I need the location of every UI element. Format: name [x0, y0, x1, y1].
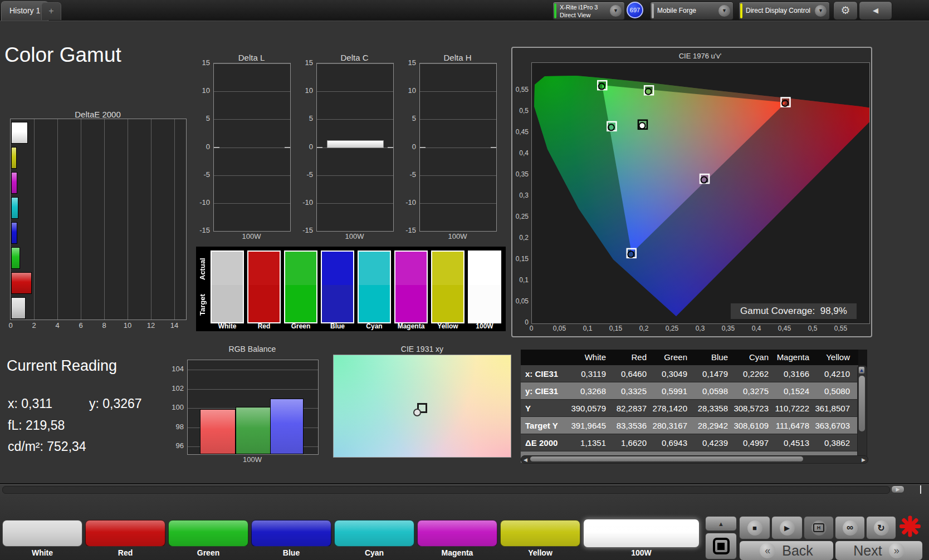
delta-l-title: Delta L: [213, 53, 290, 62]
x-tick-label: 4: [51, 321, 63, 330]
deltae-bar-white: [11, 297, 26, 319]
stop-measure-button[interactable]: ■: [739, 516, 770, 539]
delta-c-x-label: 100W: [316, 232, 393, 240]
y-tick-label: 102: [166, 384, 184, 392]
pattern-blue[interactable]: [251, 520, 331, 547]
gridline: [128, 119, 128, 320]
back-button[interactable]: « Back: [739, 541, 834, 560]
collapse-panel-button[interactable]: ◀: [859, 1, 892, 20]
swatch-white: [211, 250, 244, 323]
table-cell: 308,6109: [734, 417, 774, 434]
settings-button[interactable]: ⚙: [833, 1, 858, 20]
chevron-down-icon[interactable]: ▼: [815, 5, 827, 17]
table-cell: 28,2942: [693, 417, 734, 434]
pattern-yellow[interactable]: [500, 520, 580, 547]
refresh-button[interactable]: ↻: [866, 516, 896, 539]
table-cell: 28,3358: [693, 400, 734, 417]
table-cell: 0,3166: [774, 365, 815, 382]
table-vertical-scrollbar[interactable]: ▲: [857, 365, 867, 463]
table-cell: 361,8507: [815, 400, 855, 417]
zero-tick: [388, 147, 393, 148]
table-cell: 0,5080: [815, 382, 855, 400]
pattern-label: Cyan: [334, 548, 414, 558]
table-cell: 363,6703: [815, 417, 855, 434]
pattern-red[interactable]: [85, 520, 165, 547]
deltae2000-chart: [10, 119, 187, 320]
y-tick-label: -5: [296, 170, 313, 179]
y-tick-label: 15: [193, 58, 210, 67]
table-cell: 110,7222: [774, 400, 815, 417]
swatch-magenta: [394, 250, 428, 323]
x-tick-label: 0,55: [829, 325, 853, 332]
target-swatch: [285, 285, 316, 322]
delta-c-title: Delta C: [316, 53, 393, 62]
x-tick-label: 0: [519, 325, 544, 332]
measure-once-button[interactable]: ▶: [771, 516, 803, 539]
delta-h-chart: [419, 63, 497, 232]
rgb-balance-x-label: 100W: [187, 455, 317, 464]
deltae-bar-blue: [11, 222, 17, 244]
pattern-scrollbar[interactable]: [2, 486, 890, 494]
pattern-magenta[interactable]: [417, 520, 497, 547]
display-control-name: Direct Display Control: [746, 7, 810, 14]
pattern-label: Yellow: [500, 548, 580, 558]
gridline: [214, 175, 290, 176]
pattern-green[interactable]: [168, 520, 248, 547]
column-header: White: [571, 350, 612, 367]
top-bar: History 1 + X-Rite i1Pro 3 Direct View ▼…: [0, 0, 929, 21]
scroll-left-icon[interactable]: ◀: [524, 457, 527, 463]
zero-tick: [491, 147, 496, 148]
back-label: Back: [782, 543, 813, 559]
pattern-100w[interactable]: [583, 519, 700, 548]
pattern-label: Red: [85, 548, 165, 558]
marker-dot-white: [639, 122, 645, 129]
pattern-up-button[interactable]: ▲: [705, 516, 737, 531]
table-cell: 0,1524: [774, 382, 815, 400]
scroll-right-icon: ▶: [896, 487, 900, 492]
gridline: [317, 203, 393, 204]
y-tick-label: 0: [399, 143, 416, 151]
next-button[interactable]: Next »: [835, 541, 923, 560]
chevron-down-icon[interactable]: ▼: [718, 5, 730, 17]
column-header: Blue: [693, 350, 734, 367]
window-size-button[interactable]: H: [804, 516, 834, 539]
x-tick-label: 0,3: [688, 325, 712, 332]
display-control-dropdown[interactable]: Direct Display Control ▼: [739, 2, 830, 20]
delta-h-title: Delta H: [419, 53, 496, 62]
meter-status-stripe: [554, 3, 556, 18]
scroll-up-button[interactable]: ▲: [858, 366, 865, 374]
gridline: [214, 148, 290, 148]
y-tick-label: -15: [193, 226, 210, 234]
gridline: [420, 63, 496, 64]
row-label: y: CIE31: [521, 382, 571, 400]
x-tick-label: 0,15: [604, 325, 628, 332]
actual-row-label: Actual: [198, 252, 207, 286]
reading-fl: fL: 219,58: [8, 418, 65, 433]
meter-count-badge: 697: [627, 2, 643, 18]
continuous-measure-button[interactable]: ∞: [835, 516, 865, 539]
pattern-white[interactable]: [2, 520, 82, 547]
new-tab-button[interactable]: +: [41, 2, 61, 20]
scroll-right-icon[interactable]: ▶: [862, 457, 866, 463]
delta-c-chart: [316, 63, 394, 232]
table-cell: 0,3325: [612, 382, 652, 400]
source-dropdown[interactable]: Mobile Forge ▼: [650, 2, 734, 20]
cie1931-actual-marker: [413, 409, 421, 416]
y-tick-label: 15: [399, 58, 416, 67]
meter-dropdown[interactable]: X-Rite i1Pro 3 Direct View ▼: [552, 2, 625, 20]
target-swatch: [322, 285, 353, 322]
table-hscroll-thumb[interactable]: [530, 456, 803, 461]
table-cell: 0,0598: [693, 382, 734, 400]
actual-swatch: [359, 252, 390, 285]
pattern-window-button[interactable]: [705, 533, 737, 559]
chevron-down-icon[interactable]: ▼: [610, 5, 622, 17]
table-horizontal-scrollbar[interactable]: ◀ ▶: [521, 455, 868, 464]
pattern-cyan[interactable]: [334, 520, 414, 547]
next-chevrons-icon: »: [889, 543, 904, 558]
deltae-bar-magenta: [11, 172, 17, 194]
pattern-scroll-right-button[interactable]: ▶: [891, 485, 904, 493]
pattern-label: White: [2, 548, 82, 558]
back-chevrons-icon: «: [760, 543, 775, 558]
table-header-row: WhiteRedGreenBlueCyanMagentaYellow: [521, 350, 858, 365]
table-scroll-thumb[interactable]: [859, 376, 865, 431]
